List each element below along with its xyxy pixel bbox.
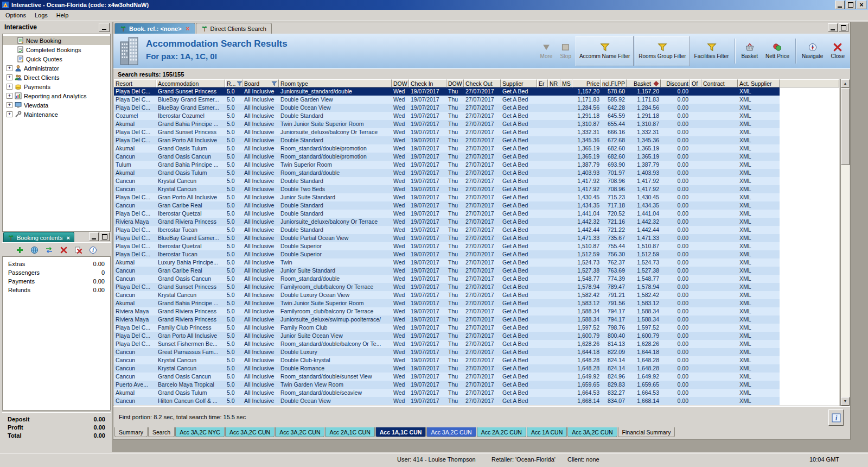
table-row[interactable]: AkumalGrand Bahia Principe ...5.0All Inc… bbox=[114, 299, 780, 307]
column-header-check-out[interactable]: Check Out bbox=[464, 79, 501, 87]
table-row[interactable]: Playa Del C...Gran Porto All Inclusive5.… bbox=[114, 332, 780, 340]
table-row[interactable]: CancunKrystal Cancun5.0All InclusiveDoub… bbox=[114, 185, 780, 193]
column-header-accommodation[interactable]: Accommodation bbox=[156, 79, 225, 87]
toolbar-accomm-name-filter-button[interactable]: Accomm Name Filter bbox=[576, 36, 634, 66]
table-row[interactable]: Riviera MayaGrand Riviera Princess5.0All… bbox=[114, 218, 780, 226]
column-header-room-type[interactable]: Room type bbox=[279, 79, 392, 87]
bottom-tab-search-1[interactable]: Search bbox=[148, 427, 175, 437]
tree-expander-icon[interactable]: + bbox=[7, 111, 12, 117]
table-row[interactable]: CozumelIberostar Cozumel5.0All Inclusive… bbox=[114, 112, 780, 120]
table-row[interactable]: Playa Del C...Grand Sunset Princess5.0Al… bbox=[114, 87, 780, 96]
scrollbar-thumb[interactable] bbox=[841, 88, 850, 165]
toolbar-stop-button[interactable]: Stop bbox=[557, 36, 575, 66]
table-row[interactable]: Puerto Ave...Barcelo Maya Tropical5.0All… bbox=[114, 381, 780, 389]
table-row[interactable]: AkumalGrand Bahia Principe ...5.0All Inc… bbox=[114, 120, 780, 128]
close-button[interactable]: × bbox=[857, 1, 866, 9]
mdi-minimize-button[interactable] bbox=[828, 23, 838, 32]
bottom-tab-acc-3a-2c-nyc-2[interactable]: Acc 3A,2C NYC bbox=[175, 427, 225, 437]
column-header-nr[interactable]: NR bbox=[548, 79, 560, 87]
table-row[interactable]: CancunGrand Oasis Cancun5.0All Inclusive… bbox=[114, 153, 780, 161]
tree-expander-icon[interactable]: + bbox=[7, 74, 12, 80]
table-row[interactable]: CancunKrystal Cancun5.0All InclusiveDoub… bbox=[114, 177, 780, 185]
table-row[interactable]: Playa Del C...BlueBay Grand Esmer...5.0A… bbox=[114, 96, 780, 104]
bottom-tab-acc-3a-2c-cun-4[interactable]: Acc 3A,2C CUN bbox=[275, 427, 324, 437]
panel-close-icon[interactable]: × bbox=[66, 235, 69, 241]
bottom-tab-financial-summary-11[interactable]: Financial Summary bbox=[618, 427, 675, 437]
sidebar-item-new-booking[interactable]: New Booking bbox=[3, 36, 110, 45]
bottom-tab-acc-1a-cun-9[interactable]: Acc 1A CUN bbox=[527, 427, 567, 437]
table-row[interactable]: CancunGrand Oasis Cancun5.0All Inclusive… bbox=[114, 373, 780, 381]
mdi-restore-button[interactable] bbox=[839, 23, 848, 32]
sidebar-item-direct-clients[interactable]: +Direct Clients bbox=[3, 73, 110, 82]
table-row[interactable]: Playa Del C...BlueBay Grand Esmer...5.0A… bbox=[114, 104, 780, 112]
sidebar-item-maintenance[interactable]: +Maintenance bbox=[3, 110, 110, 119]
bottom-tab-acc-3a-2c-cun-3[interactable]: Acc 3A,2C CUN bbox=[225, 427, 275, 437]
delete-all-icon[interactable] bbox=[73, 244, 84, 255]
info-button[interactable]: i bbox=[828, 409, 844, 426]
table-row[interactable]: Riviera MayaGrand Riviera Princess5.0All… bbox=[114, 307, 780, 315]
toolbar-nett-price-button[interactable]: Nett Price bbox=[762, 36, 793, 66]
bottom-tab-acc-2a-2c-cun-8[interactable]: Acc 2A,2C CUN bbox=[477, 427, 526, 437]
column-header-act-supplier[interactable]: Act. Supplier bbox=[738, 79, 780, 87]
column-header-dow[interactable]: DOW bbox=[446, 79, 464, 87]
table-row[interactable]: Playa Del C...Iberostar Tucan5.0All Incl… bbox=[114, 226, 780, 234]
column-header-check-in[interactable]: Check In bbox=[409, 79, 446, 87]
sidebar-item-administrator[interactable]: +Administrator bbox=[3, 64, 110, 73]
panel-restore-button[interactable] bbox=[100, 232, 110, 241]
sidebar-collapse-button[interactable] bbox=[99, 23, 110, 32]
table-row[interactable]: Playa Del C...Iberostar Quetzal5.0All In… bbox=[114, 242, 780, 250]
table-row[interactable]: CancunKrystal Cancun5.0All InclusiveDoub… bbox=[114, 356, 780, 364]
sidebar-item-quick-quotes[interactable]: Quick Quotes bbox=[3, 54, 110, 64]
column-header-incl-fl-pp[interactable]: Incl.Fl.PP bbox=[601, 79, 627, 87]
minimize-button[interactable] bbox=[835, 1, 845, 9]
tab-direct-clients-search[interactable]: Direct Clients Search bbox=[196, 23, 272, 34]
toolbar-more-button[interactable]: More bbox=[537, 36, 556, 66]
bottom-tab-acc-3a-2c-cun-10[interactable]: Acc 3A,2C CUN bbox=[567, 427, 617, 437]
tree-expander-icon[interactable]: + bbox=[7, 65, 12, 71]
booking-contents-tab[interactable]: Booking contents × bbox=[3, 232, 74, 243]
globe-icon[interactable] bbox=[29, 244, 40, 255]
table-row[interactable]: Playa Del C...Gran Porto All Inclusive5.… bbox=[114, 136, 780, 144]
table-row[interactable]: Playa Del C...Grand Sunset Princess5.0Al… bbox=[114, 128, 780, 136]
bottom-tab-acc-1a-1c-cun-6[interactable]: Acc 1A,1C CUN bbox=[375, 427, 426, 437]
column-header-price[interactable]: Price bbox=[572, 79, 601, 87]
table-row[interactable]: TulumGrand Bahia Principe ...5.0All Incl… bbox=[114, 161, 780, 169]
table-row[interactable]: Playa Del C...Iberostar Quetzal5.0All In… bbox=[114, 210, 780, 218]
table-row[interactable]: Playa Del C...Gran Porto All Inclusive5.… bbox=[114, 193, 780, 201]
column-header-ms[interactable]: MS bbox=[560, 79, 572, 87]
sidebar-item-completed-bookings[interactable]: Completed Bookings bbox=[3, 45, 110, 54]
panel-minimize-button[interactable] bbox=[89, 232, 99, 241]
column-header-er[interactable]: Er bbox=[537, 79, 548, 87]
menu-logs[interactable]: Logs bbox=[30, 10, 52, 20]
column-filter-icon[interactable] bbox=[237, 81, 242, 86]
column-header-supplier[interactable]: Supplier bbox=[501, 79, 537, 87]
toolbar-basket-button[interactable]: Basket bbox=[738, 36, 761, 66]
column-header-resort[interactable]: Resort bbox=[114, 79, 156, 87]
column-header-r[interactable]: R... bbox=[225, 79, 242, 87]
table-row[interactable]: CancunGran Caribe Real5.0All InclusiveDo… bbox=[114, 201, 780, 210]
transfer-icon[interactable] bbox=[44, 244, 55, 255]
table-row[interactable]: CancunGran Caribe Real5.0All InclusiveJu… bbox=[114, 267, 780, 275]
add-icon[interactable] bbox=[15, 244, 25, 255]
table-row[interactable]: Playa Del C...Iberostar Tucan5.0All Incl… bbox=[114, 250, 780, 258]
table-row[interactable]: CancunKrystal Cancun5.0All InclusiveDoub… bbox=[114, 364, 780, 373]
table-row[interactable]: AkumalGrand Oasis Tulum5.0All InclusiveR… bbox=[114, 144, 780, 153]
column-header-contract[interactable]: Contract bbox=[701, 79, 738, 87]
table-row[interactable]: Playa Del C...Sunset Fishermen Be...5.0A… bbox=[114, 340, 780, 348]
sidebar-item-reporting-and-analytics[interactable]: +Reporting and Analytics bbox=[3, 91, 110, 100]
toolbar-close-button[interactable]: Close bbox=[827, 36, 848, 66]
tree-expander-icon[interactable]: + bbox=[7, 102, 12, 108]
delete-icon[interactable] bbox=[59, 244, 69, 255]
table-row[interactable]: Playa Del C...Family Club Princess5.0All… bbox=[114, 324, 780, 332]
table-row[interactable]: Playa Del C...BlueBay Grand Esmer...5.0A… bbox=[114, 234, 780, 242]
column-header-basket[interactable]: Basket bbox=[627, 79, 661, 87]
column-filter-icon[interactable] bbox=[271, 81, 277, 86]
bottom-tab-acc-3a-2c-cun-7[interactable]: Acc 3A,2C CUN bbox=[426, 427, 476, 437]
tree-expander-icon[interactable]: + bbox=[7, 93, 12, 99]
toolbar-navigate-button[interactable]: Navigate bbox=[799, 36, 826, 66]
table-row[interactable]: CancunGreat Parnassus Fam...5.0All Inclu… bbox=[114, 348, 780, 356]
tab-close-icon[interactable]: × bbox=[186, 26, 190, 31]
toolbar-facilities-filter-button[interactable]: Facilities Filter bbox=[691, 36, 732, 66]
sidebar-item-payments[interactable]: +Payments bbox=[3, 82, 110, 91]
menu-options[interactable]: Options bbox=[1, 10, 30, 20]
